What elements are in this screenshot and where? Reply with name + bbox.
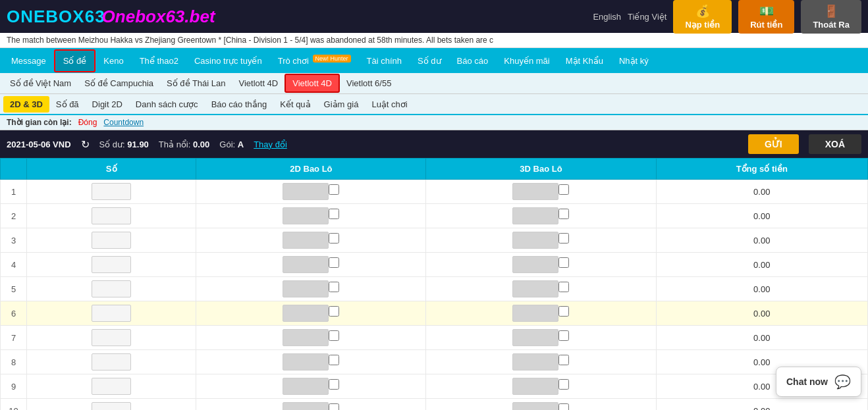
subnav1-vietlott-4d-active[interactable]: Vietlott 4D (285, 74, 340, 93)
3d-bet-input[interactable] (512, 329, 558, 346)
2d-bet-input[interactable] (283, 305, 329, 322)
xoa-button[interactable]: XOÁ (809, 134, 861, 154)
nav-casino[interactable]: Casino trực tuyến (186, 51, 270, 71)
3d-bet-input[interactable] (512, 256, 558, 273)
nav-sode[interactable]: Số đề (54, 49, 96, 72)
thoatra-button[interactable]: 🚪 Thoát Ra (801, 0, 861, 34)
3d-checkbox[interactable] (558, 209, 569, 219)
chat-icon: 💬 (834, 374, 851, 390)
2d-checkbox[interactable] (329, 403, 339, 411)
3d-bet-input[interactable] (512, 280, 558, 297)
2d-checkbox[interactable] (329, 184, 339, 195)
2d-bet-input[interactable] (283, 256, 329, 273)
so-input[interactable] (92, 207, 131, 224)
main-nav: Message Số đề Keno Thể thao2 Casino trực… (0, 48, 868, 73)
subnav1-vietlott-4d-arrow[interactable]: Vietlott 4D (232, 75, 285, 91)
nav-message[interactable]: Message (3, 51, 54, 71)
3d-bet-input[interactable] (512, 378, 558, 395)
so-input[interactable] (92, 329, 131, 346)
subnav2-luatchoi[interactable]: Luật chơi (365, 96, 414, 113)
2d-checkbox[interactable] (329, 233, 339, 243)
nav-tro-choi[interactable]: Trò chơi New! Hunter (270, 50, 359, 71)
2d-bet-input[interactable] (283, 183, 329, 200)
subnav1-vietnam[interactable]: Số đề Việt Nam (3, 75, 78, 91)
2d-bet-input[interactable] (283, 378, 329, 395)
3d-checkbox[interactable] (558, 257, 569, 268)
nav-nhat-ky[interactable]: Nhật ký (611, 51, 657, 71)
so-input[interactable] (92, 280, 131, 297)
subnav2-baocaothang[interactable]: Báo cáo thắng (205, 96, 274, 113)
2d-bet-input[interactable] (283, 353, 329, 371)
3d-checkbox[interactable] (558, 379, 569, 390)
2d-cell (196, 374, 426, 399)
2d-checkbox[interactable] (329, 379, 339, 390)
2d-checkbox[interactable] (329, 306, 339, 317)
nav-khuyen-mai[interactable]: Khuyến mãi (496, 51, 557, 71)
chat-widget[interactable]: Chat now 💬 (776, 367, 861, 397)
table-row: 30.00 (1, 228, 868, 253)
2d-checkbox[interactable] (329, 257, 339, 268)
subnav1-campuchia[interactable]: Số đề Campuchia (78, 75, 160, 91)
new-badge: New! Hunter (313, 55, 351, 63)
3d-checkbox[interactable] (558, 306, 569, 317)
3d-bet-input[interactable] (512, 183, 558, 200)
so-input[interactable] (92, 378, 131, 395)
naptien-button[interactable]: 💰 Nạp tiền (673, 0, 732, 34)
2d-bet-input[interactable] (283, 207, 329, 224)
3d-checkbox[interactable] (558, 330, 569, 341)
2d-checkbox[interactable] (329, 209, 339, 219)
naptien-icon: 💰 (695, 4, 710, 18)
2d-checkbox[interactable] (329, 355, 339, 365)
so-input[interactable] (92, 402, 131, 410)
subnav1-vietlott-655[interactable]: Vietlott 6/55 (340, 75, 398, 91)
so-input[interactable] (92, 353, 131, 371)
subnav2-danhsachcuoc[interactable]: Danh sách cược (129, 96, 205, 113)
subnav1-thailand[interactable]: Số đề Thái Lan (160, 75, 232, 91)
so-cell (27, 399, 196, 411)
nav-so-du[interactable]: Số dư (410, 51, 449, 71)
so-input[interactable] (92, 256, 131, 273)
refresh-button[interactable]: ↻ (81, 138, 90, 151)
3d-checkbox[interactable] (558, 403, 569, 411)
2d-bet-input[interactable] (283, 402, 329, 410)
nav-mat-khau[interactable]: Mật Khẩu (558, 51, 611, 71)
so-input[interactable] (92, 305, 131, 322)
so-input[interactable] (92, 183, 131, 200)
nav-thethao2[interactable]: Thể thao2 (132, 51, 186, 71)
table-row: 60.00 (1, 301, 868, 326)
2d-checkbox[interactable] (329, 282, 339, 292)
ruttien-button[interactable]: 💵 Rút tiền (738, 0, 794, 34)
lang-english[interactable]: English (593, 12, 621, 22)
3d-bet-input[interactable] (512, 402, 558, 410)
nav-tai-chinh[interactable]: Tài chính (359, 51, 410, 71)
lang-viet[interactable]: Tiếng Việt (628, 12, 666, 22)
subnav2-ketqua[interactable]: Kết quả (273, 96, 317, 113)
row-number: 7 (1, 326, 27, 350)
3d-bet-input[interactable] (512, 232, 558, 249)
2d-bet-input[interactable] (283, 232, 329, 249)
logo-main: ONEBOX63 (7, 7, 105, 27)
2d-cell (196, 277, 426, 301)
3d-checkbox[interactable] (558, 282, 569, 292)
2d-checkbox[interactable] (329, 330, 339, 341)
3d-bet-input[interactable] (512, 353, 558, 371)
subnav2-2d3d[interactable]: 2D & 3D (3, 96, 49, 113)
thay-doi-link[interactable]: Thay đổi (254, 140, 287, 149)
so-cell (27, 204, 196, 228)
subnav2-digit2d[interactable]: Digit 2D (86, 96, 129, 113)
2d-bet-input[interactable] (283, 329, 329, 346)
3d-checkbox[interactable] (558, 233, 569, 243)
2d-bet-input[interactable] (283, 280, 329, 297)
3d-bet-input[interactable] (512, 207, 558, 224)
subnav2-soda[interactable]: Số đã (49, 96, 86, 113)
gui-button[interactable]: GỬI (748, 134, 799, 154)
logo-overlay: Onebox63.bet (102, 7, 215, 27)
3d-checkbox[interactable] (558, 355, 569, 365)
3d-cell (426, 228, 656, 253)
3d-checkbox[interactable] (558, 184, 569, 195)
so-input[interactable] (92, 232, 131, 249)
3d-bet-input[interactable] (512, 305, 558, 322)
subnav2-giamgia[interactable]: Giảm giá (317, 96, 366, 113)
nav-keno[interactable]: Keno (95, 51, 131, 71)
nav-bao-cao[interactable]: Báo cáo (449, 51, 497, 71)
